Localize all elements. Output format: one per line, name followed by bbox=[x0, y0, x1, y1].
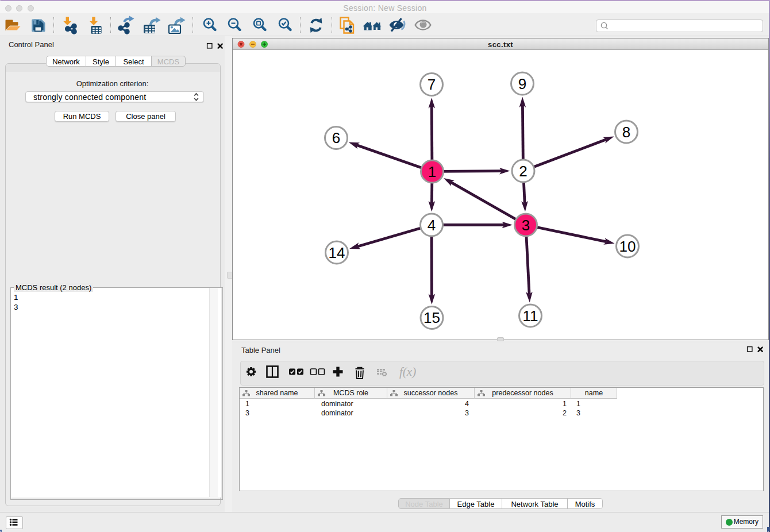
svg-text:1: 1 bbox=[428, 163, 436, 180]
svg-text:3: 3 bbox=[522, 217, 530, 234]
svg-text:14: 14 bbox=[329, 244, 345, 261]
svg-text:15: 15 bbox=[424, 309, 440, 326]
svg-text:11: 11 bbox=[523, 307, 538, 325]
svg-text:6: 6 bbox=[332, 129, 340, 147]
svg-text:9: 9 bbox=[518, 75, 526, 92]
svg-text:8: 8 bbox=[622, 124, 630, 141]
svg-text:10: 10 bbox=[619, 238, 636, 255]
svg-text:2: 2 bbox=[519, 163, 527, 180]
svg-text:f(x): f(x) bbox=[399, 365, 416, 379]
svg-text:7: 7 bbox=[428, 76, 436, 93]
svg-text:4: 4 bbox=[428, 217, 436, 234]
